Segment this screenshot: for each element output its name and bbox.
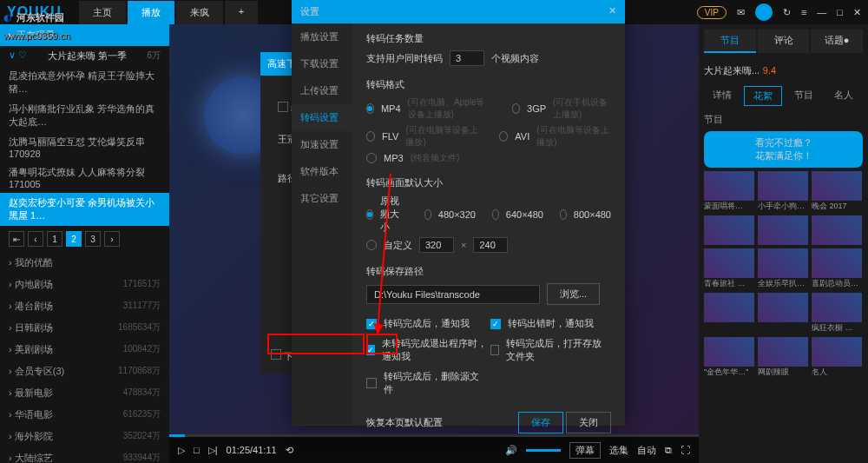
section-label: 节目 — [704, 111, 863, 128]
pager-2[interactable]: 2 — [66, 231, 82, 247]
dlg-nav-item[interactable]: 下载设置 — [292, 50, 352, 77]
pager-prev[interactable]: ‹ — [28, 231, 43, 247]
video-thumb[interactable]: 喜剧总动员… — [812, 248, 862, 289]
danmu-toggle[interactable]: 弹幕 — [569, 442, 601, 459]
subtab-extra[interactable]: 花絮 — [744, 86, 782, 106]
mail-icon[interactable]: ✉ — [737, 7, 745, 18]
rtab-comment[interactable]: 评论 — [758, 30, 810, 53]
sidebar-category[interactable]: › 会员专区(3)1170868万 — [0, 360, 169, 382]
save-button[interactable]: 保存 — [518, 412, 563, 433]
play-icon[interactable]: ▷ — [178, 445, 185, 456]
episode-item-active[interactable]: 赵奕宏秒变小可爱 余男机场被关小黑屋 1… — [0, 193, 169, 226]
rtab-topic[interactable]: 话题● — [811, 30, 863, 53]
episode-item[interactable]: 沈腾马丽隔空互怼 艾伦爆笑反串 170928 — [0, 132, 169, 162]
pager-3[interactable]: 3 — [85, 231, 101, 247]
sidebar-category[interactable]: › 华语电影616235万 — [0, 404, 169, 426]
pip-icon[interactable]: ⧉ — [665, 445, 672, 456]
format-label: 转码格式 — [366, 78, 611, 91]
close-button[interactable]: 关闭 — [566, 412, 611, 433]
pager-1[interactable]: 1 — [47, 231, 62, 247]
width-input[interactable] — [419, 237, 454, 253]
checkbox[interactable] — [366, 378, 377, 388]
svg-line-0 — [378, 174, 391, 330]
video-thumb[interactable]: 网剧辣眼 — [758, 337, 808, 378]
video-thumb[interactable] — [812, 215, 862, 245]
video-thumb[interactable]: 小手牵小狗… — [758, 171, 808, 212]
settings-icon[interactable]: ≡ — [801, 7, 806, 17]
rtab-program[interactable]: 节目 — [704, 30, 756, 53]
video-thumb[interactable]: 青春旅社 … — [704, 248, 754, 289]
episode-item[interactable]: 潘粤明花式撩妹 人人麻将将分裂 171005 — [0, 162, 169, 193]
watermark-url: www.pc0359.cn — [3, 30, 70, 41]
sidebar-category[interactable]: › 我的优酷 — [0, 252, 169, 274]
video-thumb[interactable]: "金色年华…" — [704, 337, 754, 378]
video-thumb[interactable]: 晚会 2017 — [812, 171, 862, 212]
refresh-icon[interactable]: ↻ — [783, 7, 791, 18]
radio-800[interactable] — [560, 209, 567, 220]
dlg-nav-item[interactable]: 软件版本 — [292, 158, 352, 185]
radio-3gp[interactable] — [512, 103, 520, 114]
dialog-close-icon[interactable]: ✕ — [608, 5, 616, 18]
radio-avi[interactable] — [499, 131, 508, 142]
checkbox[interactable] — [490, 345, 499, 355]
subtab-program[interactable]: 节目 — [786, 86, 822, 106]
maximize-icon[interactable]: □ — [837, 7, 843, 17]
sidebar-category[interactable]: › 最新电影478834万 — [0, 382, 169, 404]
sidebar-category[interactable]: › 内地剧场171651万 — [0, 274, 169, 295]
radio-flv[interactable] — [366, 131, 375, 142]
radio-480[interactable] — [424, 209, 431, 220]
minimize-icon[interactable]: — — [817, 7, 826, 17]
radio-mp3[interactable] — [366, 153, 377, 163]
dlg-nav-item[interactable]: 上传设置 — [292, 77, 352, 104]
sidebar-category[interactable]: › 日韩剧场1685634万 — [0, 317, 169, 339]
tab-play[interactable]: 播放 — [128, 1, 174, 24]
video-thumb[interactable] — [758, 215, 808, 245]
sidebar-category[interactable]: › 海外影院352024万 — [0, 426, 169, 447]
watermark-site: 河东软件园 — [16, 12, 64, 23]
checkbox[interactable] — [490, 319, 501, 329]
video-thumb[interactable] — [758, 293, 808, 334]
volume-slider[interactable] — [526, 449, 561, 452]
avatar[interactable] — [755, 3, 773, 21]
tab-home[interactable]: 主页 — [79, 1, 126, 24]
sidebar-category[interactable]: › 美剧剧场100842万 — [0, 339, 169, 360]
sidebar-category[interactable]: › 大陆综艺933944万 — [0, 447, 169, 463]
task-count-input[interactable] — [450, 50, 484, 66]
video-thumb[interactable] — [704, 293, 754, 334]
sidebar-category[interactable]: › 港台剧场311177万 — [0, 295, 169, 317]
stop-icon[interactable]: □ — [194, 445, 200, 455]
loop-icon[interactable]: ⟲ — [286, 445, 293, 456]
next-icon[interactable]: ▷| — [208, 445, 218, 456]
radio-640[interactable] — [492, 209, 499, 220]
video-thumb[interactable]: 全娱乐早扒… — [758, 248, 808, 289]
dlg-nav-item[interactable]: 转码设置 — [292, 104, 352, 131]
fullscreen-icon[interactable]: ⛶ — [681, 445, 690, 455]
pager-first[interactable]: ⇤ — [9, 231, 24, 247]
close-icon[interactable]: ✕ — [853, 7, 861, 18]
episode-item[interactable]: 冯小刚痛批行业乱象 芳华选角的真大起底… — [0, 99, 169, 132]
volume-icon[interactable]: 🔊 — [505, 445, 517, 456]
dialog-title: 设置 — [300, 5, 319, 18]
video-thumb[interactable]: 蒙面唱将… — [704, 171, 754, 212]
subtab-celeb[interactable]: 名人 — [825, 86, 862, 106]
restore-link[interactable]: 恢复本页默认配置 — [366, 416, 443, 429]
video-thumb[interactable]: 疯狂衣橱 … — [812, 293, 862, 334]
select-episode[interactable]: 选集 — [609, 444, 628, 457]
vip-badge[interactable]: VIP — [697, 6, 727, 19]
video-thumb[interactable]: 名人 — [812, 337, 862, 378]
height-input[interactable] — [473, 237, 508, 253]
chk-rec[interactable] — [278, 102, 288, 112]
browse-button[interactable]: 浏览... — [547, 283, 600, 305]
tab-add[interactable]: + — [225, 1, 258, 24]
series-title[interactable]: ∨ ♡ 大片起来嗨 第一季6万 — [0, 46, 169, 66]
pager-next[interactable]: › — [104, 231, 120, 247]
dlg-nav-item[interactable]: 其它设置 — [292, 185, 352, 212]
quality-auto[interactable]: 自动 — [637, 444, 656, 457]
tab-laifeng[interactable]: 来疯 — [176, 1, 223, 24]
video-thumb[interactable] — [704, 215, 754, 245]
dlg-nav-item[interactable]: 加速设置 — [292, 131, 352, 158]
episode-item[interactable]: 昆凌拍戏意外怀孕 精灵王子险摔大猪… — [0, 66, 169, 99]
dlg-nav-item[interactable]: 播放设置 — [292, 23, 352, 50]
radio-mp4[interactable] — [366, 103, 374, 114]
subtab-detail[interactable]: 详情 — [704, 86, 740, 106]
